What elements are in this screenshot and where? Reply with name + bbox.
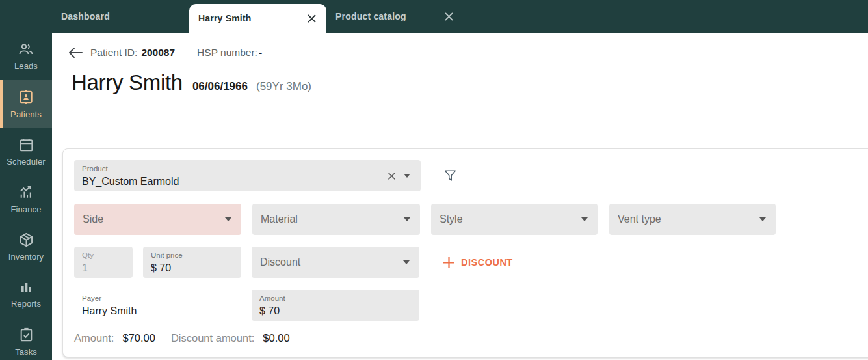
total-amount-label: Amount: — [74, 332, 114, 344]
patient-age: (59Yr 3Mo) — [256, 80, 311, 93]
sidebar-item-label: Inventory — [8, 252, 44, 262]
add-discount-button[interactable]: DISCOUNT — [443, 256, 513, 269]
side-select[interactable]: Side — [74, 204, 241, 235]
sidebar-item-tasks[interactable]: Tasks — [0, 318, 52, 360]
patient-dob: 06/06/1966 — [192, 80, 248, 93]
clear-icon[interactable] — [387, 171, 397, 181]
product-select-icons — [387, 160, 410, 191]
vent-type-select[interactable]: Vent type — [609, 204, 776, 235]
chevron-down-icon — [759, 217, 766, 221]
sidebar-item-inventory[interactable]: Inventory — [0, 223, 52, 270]
material-select[interactable]: Material — [252, 204, 420, 235]
amount-field[interactable]: Amount $ 70 — [252, 290, 419, 321]
leads-people-icon — [18, 42, 34, 57]
unit-price-label: Unit price — [151, 251, 233, 260]
tab-harry-smith[interactable]: Harry Smith — [189, 4, 326, 33]
filter-funnel-icon[interactable] — [442, 167, 458, 184]
tab-product-catalog[interactable]: Product catalog — [326, 0, 464, 33]
add-discount-label: DISCOUNT — [461, 257, 513, 268]
discount-select[interactable]: Discount — [252, 247, 419, 278]
sidebar-nav: Leads Patients Scheduler — [0, 0, 52, 360]
chevron-down-icon[interactable] — [404, 174, 410, 178]
payer-value: Harry Smith — [82, 305, 233, 318]
product-label: Product — [82, 165, 413, 173]
reports-barchart-icon — [18, 279, 34, 295]
pricing-row: Qty 1 Unit price $ 70 Discount DISCOUNT — [74, 247, 868, 278]
attributes-row: Side Material Style Vent type — [74, 204, 868, 235]
total-amount-value: $70.00 — [122, 332, 155, 344]
sidebar-item-label: Scheduler — [7, 157, 45, 167]
total-discount-value: $0.00 — [263, 332, 289, 344]
patient-title-row: Harry Smith 06/06/1966 (59Yr 3Mo) — [72, 70, 311, 95]
sidebar-item-leads[interactable]: Leads — [0, 33, 52, 80]
tasks-check-icon — [18, 327, 34, 343]
product-form-card: Product BY_Custom Earmold — [62, 148, 868, 357]
sidebar-item-label: Tasks — [15, 347, 37, 357]
chevron-down-icon — [404, 217, 410, 221]
hsp-number-label: HSP number: — [197, 47, 257, 59]
chevron-down-icon — [403, 260, 410, 264]
plus-icon — [443, 256, 455, 269]
chevron-down-icon — [581, 217, 588, 221]
patients-badge-icon — [18, 89, 34, 105]
style-label: Style — [440, 214, 463, 225]
totals-row: Amount: $70.00 Discount amount: $0.00 — [74, 332, 868, 344]
unit-price-value: $ 70 — [151, 262, 233, 275]
chevron-down-icon — [225, 217, 231, 221]
amount-label: Amount — [259, 294, 412, 303]
sidebar-item-patients[interactable]: Patients — [0, 80, 52, 128]
payer-label: Payer — [82, 294, 233, 303]
amount-value: $ 70 — [259, 305, 412, 318]
inventory-box-icon — [18, 232, 34, 248]
tab-strip: Dashboard Harry Smith Product catalog — [52, 0, 464, 33]
sidebar-item-scheduler[interactable]: Scheduler — [0, 128, 52, 175]
style-select[interactable]: Style — [431, 204, 598, 235]
patient-name: Harry Smith — [72, 70, 183, 95]
product-row: Product BY_Custom Earmold — [74, 160, 868, 191]
qty-label: Qty — [82, 251, 125, 260]
product-select[interactable]: Product BY_Custom Earmold — [74, 160, 421, 191]
discount-label: Discount — [260, 256, 300, 268]
tab-product-catalog-label: Product catalog — [335, 11, 406, 21]
qty-field: Qty 1 — [74, 247, 133, 278]
payer-row: Payer Harry Smith Amount $ 70 — [74, 290, 868, 321]
tab-dashboard[interactable]: Dashboard — [52, 0, 189, 33]
unit-price-field[interactable]: Unit price $ 70 — [143, 247, 241, 278]
product-value: BY_Custom Earmold — [82, 175, 413, 188]
hsp-number-value: - — [259, 47, 262, 59]
sidebar-item-label: Patients — [10, 109, 42, 119]
finance-chart-icon — [18, 184, 34, 201]
vent-type-label: Vent type — [618, 214, 661, 225]
sidebar-item-reports[interactable]: Reports — [0, 270, 52, 318]
payer-field[interactable]: Payer Harry Smith — [74, 290, 241, 321]
material-label: Material — [261, 214, 298, 225]
total-discount-label: Discount amount: — [171, 332, 254, 344]
tab-dashboard-label: Dashboard — [61, 11, 110, 21]
sidebar-item-finance[interactable]: Finance — [0, 175, 52, 223]
sidebar-item-label: Finance — [11, 204, 42, 214]
patient-id-label: Patient ID: — [90, 47, 137, 59]
header-divider — [52, 126, 868, 126]
sidebar-item-label: Reports — [11, 299, 41, 309]
top-tab-bar: Dashboard Harry Smith Product catalog — [0, 0, 868, 33]
back-arrow-icon[interactable] — [68, 47, 84, 59]
scheduler-calendar-icon — [18, 137, 34, 153]
close-icon[interactable] — [307, 14, 317, 23]
qty-value: 1 — [82, 262, 125, 275]
sidebar-item-label: Leads — [14, 61, 38, 71]
side-label: Side — [83, 214, 103, 225]
tab-divider — [464, 8, 464, 25]
patient-meta-row: Patient ID: 200087 HSP number: - — [68, 47, 262, 59]
patient-id-value: 200087 — [141, 47, 175, 59]
tab-harry-smith-label: Harry Smith — [198, 13, 252, 23]
close-icon[interactable] — [444, 12, 454, 21]
app-window: Dashboard Harry Smith Product catalog — [0, 0, 868, 360]
main-content: Patient ID: 200087 HSP number: - Harry S… — [52, 33, 868, 360]
